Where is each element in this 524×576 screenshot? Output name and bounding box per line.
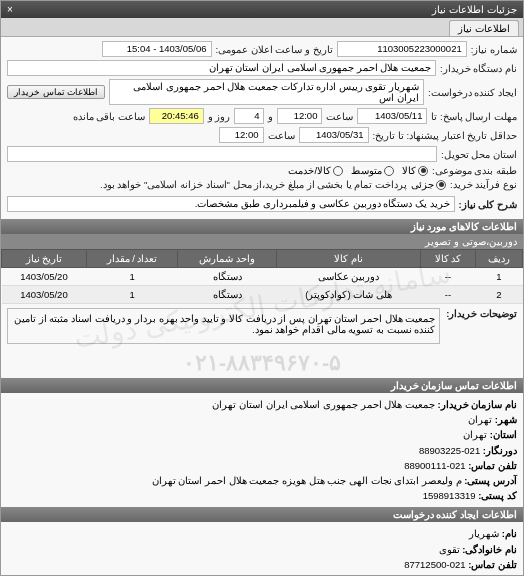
contact-fax-label: دورنگار: — [483, 445, 517, 456]
validity-date-field: 1403/05/31 — [299, 127, 369, 143]
col-code: کد کالا — [421, 250, 475, 268]
time-label-2: ساعت — [268, 130, 295, 141]
goods-radio-label: کالا — [402, 165, 416, 176]
request-no-label: شماره نیاز: — [471, 44, 517, 55]
time-remain-label: ساعت باقی مانده — [73, 111, 145, 122]
cell: -- — [421, 286, 475, 304]
creator-lname: تقوی — [439, 544, 460, 555]
cell: -- — [421, 268, 475, 286]
phone-watermark: ۰۲۱-۸۸۳۴۹۶۷۰-۵ — [1, 350, 523, 376]
and-label: و — [268, 111, 273, 122]
service-radio-label: کالا/خدمت — [288, 165, 331, 176]
request-no-field: 1103005223000021 — [337, 41, 467, 57]
buyer-org-label: نام دستگاه خریدار: — [440, 63, 517, 74]
cell: 1 — [475, 268, 522, 286]
explain-box: جمعیت هلال احمر استان تهران پس از دریافت… — [7, 308, 440, 344]
announce-label: تاریخ و ساعت اعلان عمومی: — [216, 44, 333, 55]
process-note: پرداخت تمام یا بخشی از مبلغ خرید،از محل … — [7, 179, 407, 190]
contact-block: نام سازمان خریدار: جمعیت هلال احمر جمهور… — [1, 393, 523, 507]
cell: 1403/05/20 — [2, 268, 87, 286]
creator-fname: شهریار — [469, 528, 499, 539]
time-label-1: ساعت — [326, 111, 353, 122]
requester-field: شهریار تقوی رییس اداره تدارکات جمعیت هلا… — [109, 79, 424, 105]
days-remain-label: روز و — [208, 111, 231, 122]
packaging-label: طبقه بندی موضوعی: — [432, 165, 517, 176]
goods-table: ردیف کد کالا نام کالا واحد شمارش تعداد /… — [1, 249, 523, 304]
contact-city-label: شهر: — [495, 414, 517, 425]
partial-radio-label: جزئی — [411, 179, 434, 190]
close-icon[interactable]: × — [7, 4, 13, 15]
table-row: 2 -- هلی شات (کوادکوپتر) دستگاه 1 1403/0… — [2, 286, 523, 304]
creator-lname-label: نام خانوادگی: — [462, 544, 517, 555]
cell: 1 — [86, 268, 177, 286]
deadline-date-field: 1403/05/11 — [357, 108, 427, 124]
deadline-label: مهلت ارسال پاسخ: تا — [431, 111, 517, 122]
process-radio-group: جزئی — [411, 179, 446, 190]
explain-label: توضیحات خریدار: — [446, 308, 517, 344]
delivery-state-field — [7, 146, 437, 162]
radio-dot-icon — [333, 166, 343, 176]
tabbar: اطلاعات نیاز — [1, 18, 523, 37]
service-radio[interactable]: کالا/خدمت — [288, 165, 343, 176]
contact-postcode-label: کد پستی: — [478, 490, 517, 501]
validity-time-field: 12:00 — [219, 127, 264, 143]
medium-radio-label: متوسط — [351, 165, 382, 176]
creator-block: نام: شهریار نام خانوادگی: تقوی تلفن تماس… — [1, 522, 523, 575]
window-title: جزئیات اطلاعات نیاز — [432, 4, 517, 15]
contact-state: تهران — [463, 429, 487, 440]
creator-phone-label: تلفن تماس: — [468, 559, 517, 570]
radio-dot-icon — [418, 166, 428, 176]
medium-radio[interactable]: متوسط — [351, 165, 394, 176]
col-unit: واحد شمارش — [178, 250, 277, 268]
desc-label: شرح کلی نیاز: — [459, 199, 517, 210]
radio-dot-icon — [384, 166, 394, 176]
time-remain-field: 20:45:46 — [149, 108, 204, 124]
contact-city: تهران — [468, 414, 492, 425]
goods-radio[interactable]: کالا — [402, 165, 428, 176]
announce-field: 1403/05/06 - 15:04 — [102, 41, 212, 57]
process-label: نوع فرآیند خرید: — [450, 179, 517, 190]
creator-section-header: اطلاعات ایجاد کننده درخواست — [1, 507, 523, 522]
contact-org: جمعیت هلال احمر جمهوری اسلامی ایران استا… — [212, 399, 434, 410]
contact-addr-label: آدرس پستی: — [464, 475, 517, 486]
contact-addr: م ولیعصر ابتدای نجات الهی جنب هتل هویزه … — [152, 475, 462, 486]
col-date: تاریخ نیاز — [2, 250, 87, 268]
validity-label: حداقل تاریخ اعتبار پیشنهاد: تا تاریخ: — [373, 130, 517, 141]
days-remain-field: 4 — [234, 108, 264, 124]
contact-postcode: 1598913319 — [423, 490, 476, 501]
cell: هلی شات (کوادکوپتر) — [276, 286, 420, 304]
cell: دستگاه — [178, 268, 277, 286]
goods-category: دوربین،صوتی و تصویر — [1, 234, 523, 249]
contact-phone: 021-88900111 — [404, 460, 465, 471]
contact-phone-label: تلفن تماس: — [468, 460, 517, 471]
contact-section-header: اطلاعات تماس سازمان خریدار — [1, 378, 523, 393]
content: سامانه تدارکات الکترونیکی دولت شماره نیا… — [1, 37, 523, 575]
cell: 1403/05/20 — [2, 286, 87, 304]
window: جزئیات اطلاعات نیاز × اطلاعات نیاز سامان… — [0, 0, 524, 576]
contact-fax: 021-88903225 — [419, 445, 480, 456]
contact-buyer-button[interactable]: اطلاعات تماس خریدار — [7, 85, 105, 99]
col-qty: تعداد / مقدار — [86, 250, 177, 268]
contact-state-label: استان: — [490, 429, 517, 440]
tab-info[interactable]: اطلاعات نیاز — [449, 20, 519, 36]
contact-org-label: نام سازمان خریدار: — [438, 399, 517, 410]
cell: دوربین عکاسی — [276, 268, 420, 286]
form-section: شماره نیاز: 1103005223000021 تاریخ و ساع… — [1, 37, 523, 219]
table-row: 1 -- دوربین عکاسی دستگاه 1 1403/05/20 — [2, 268, 523, 286]
delivery-state-label: استان محل تحویل: — [441, 149, 517, 160]
notes: توضیحات خریدار: جمعیت هلال احمر استان ته… — [1, 304, 523, 348]
cell: 1 — [86, 286, 177, 304]
packaging-radio-group: کالا متوسط کالا/خدمت — [288, 165, 428, 176]
cell: دستگاه — [178, 286, 277, 304]
creator-phone: 021-87712500 — [404, 559, 465, 570]
desc-field: خرید یک دستگاه دوربین عکاسی و فیلمبرداری… — [7, 196, 455, 212]
creator-fname-label: نام: — [502, 528, 517, 539]
buyer-org-field: جمعیت هلال احمر جمهوری اسلامی ایران استا… — [7, 60, 436, 76]
col-row: ردیف — [475, 250, 522, 268]
cell: 2 — [475, 286, 522, 304]
goods-section-header: اطلاعات کالاهای مورد نیاز — [1, 219, 523, 234]
partial-radio[interactable]: جزئی — [411, 179, 446, 190]
requester-label: ایجاد کننده درخواست: — [428, 87, 517, 98]
titlebar: جزئیات اطلاعات نیاز × — [1, 1, 523, 18]
col-name: نام کالا — [276, 250, 420, 268]
